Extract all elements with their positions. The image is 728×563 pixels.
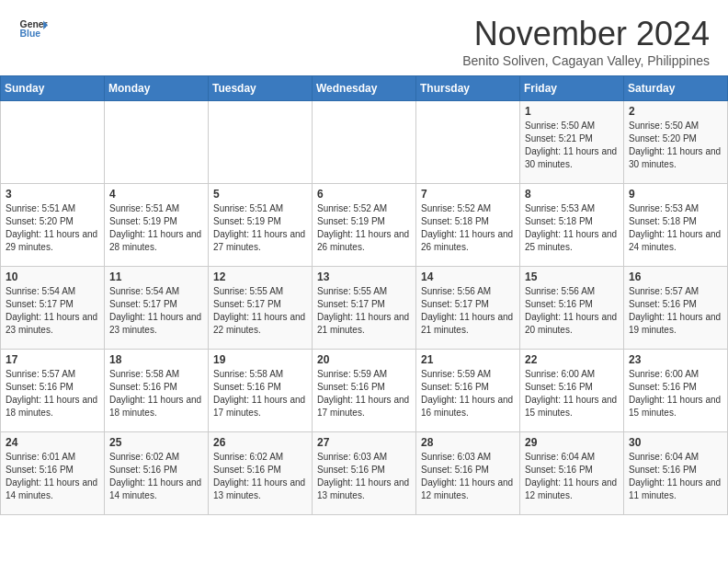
day-number: 12 [213, 270, 307, 283]
calendar-cell: 3Sunrise: 5:51 AMSunset: 5:20 PMDaylight… [1, 184, 105, 267]
calendar-cell: 10Sunrise: 5:54 AMSunset: 5:17 PMDayligh… [1, 267, 105, 350]
calendar-cell: 18Sunrise: 5:58 AMSunset: 5:16 PMDayligh… [105, 350, 209, 432]
calendar-cell: 20Sunrise: 5:59 AMSunset: 5:16 PMDayligh… [313, 350, 416, 432]
calendar-cell [105, 101, 209, 184]
day-number: 26 [213, 436, 307, 449]
weekday-header-monday: Monday [105, 76, 209, 101]
day-number: 18 [109, 353, 203, 366]
calendar-cell: 14Sunrise: 5:56 AMSunset: 5:17 PMDayligh… [416, 267, 520, 350]
day-number: 27 [317, 436, 411, 449]
calendar-cell: 2Sunrise: 5:50 AMSunset: 5:20 PMDaylight… [624, 101, 728, 184]
day-info: Sunrise: 5:54 AMSunset: 5:17 PMDaylight:… [6, 285, 99, 337]
day-number: 3 [6, 188, 99, 201]
day-number: 23 [629, 353, 722, 366]
weekday-header-friday: Friday [520, 76, 624, 101]
calendar-cell: 23Sunrise: 6:00 AMSunset: 5:16 PMDayligh… [624, 350, 728, 432]
calendar-cell: 22Sunrise: 6:00 AMSunset: 5:16 PMDayligh… [520, 350, 624, 432]
calendar-cell: 6Sunrise: 5:52 AMSunset: 5:19 PMDaylight… [313, 184, 416, 267]
day-info: Sunrise: 5:52 AMSunset: 5:18 PMDaylight:… [421, 202, 515, 254]
calendar-cell: 25Sunrise: 6:02 AMSunset: 5:16 PMDayligh… [105, 432, 209, 515]
day-number: 4 [109, 188, 203, 201]
day-info: Sunrise: 5:57 AMSunset: 5:16 PMDaylight:… [629, 285, 722, 337]
logo: General Blue [18, 15, 48, 44]
day-number: 5 [213, 188, 307, 201]
calendar-cell: 21Sunrise: 5:59 AMSunset: 5:16 PMDayligh… [416, 350, 520, 432]
day-info: Sunrise: 5:55 AMSunset: 5:17 PMDaylight:… [317, 285, 411, 337]
day-info: Sunrise: 6:04 AMSunset: 5:16 PMDaylight:… [629, 451, 722, 502]
day-number: 14 [421, 270, 515, 283]
title-block: November 2024 Benito Soliven, Cagayan Va… [462, 15, 710, 68]
calendar-cell: 1Sunrise: 5:50 AMSunset: 5:21 PMDaylight… [520, 101, 624, 184]
calendar-cell: 16Sunrise: 5:57 AMSunset: 5:16 PMDayligh… [624, 267, 728, 350]
calendar-cell: 15Sunrise: 5:56 AMSunset: 5:16 PMDayligh… [520, 267, 624, 350]
calendar-cell [416, 101, 520, 184]
calendar-cell: 8Sunrise: 5:53 AMSunset: 5:18 PMDaylight… [520, 184, 624, 267]
day-info: Sunrise: 5:55 AMSunset: 5:17 PMDaylight:… [213, 285, 307, 337]
calendar-cell: 9Sunrise: 5:53 AMSunset: 5:18 PMDaylight… [624, 184, 728, 267]
day-info: Sunrise: 6:00 AMSunset: 5:16 PMDaylight:… [629, 368, 722, 419]
calendar-cell: 7Sunrise: 5:52 AMSunset: 5:18 PMDaylight… [416, 184, 520, 267]
day-info: Sunrise: 6:00 AMSunset: 5:16 PMDaylight:… [525, 368, 619, 419]
day-number: 20 [317, 353, 411, 366]
weekday-header-wednesday: Wednesday [313, 76, 416, 101]
day-info: Sunrise: 5:54 AMSunset: 5:17 PMDaylight:… [109, 285, 203, 337]
calendar-cell: 13Sunrise: 5:55 AMSunset: 5:17 PMDayligh… [313, 267, 416, 350]
day-number: 16 [629, 270, 722, 283]
day-number: 21 [421, 353, 515, 366]
day-number: 25 [109, 436, 203, 449]
day-info: Sunrise: 5:58 AMSunset: 5:16 PMDaylight:… [109, 368, 203, 419]
day-number: 17 [6, 353, 99, 366]
day-number: 24 [6, 436, 99, 449]
day-number: 6 [317, 188, 411, 201]
day-info: Sunrise: 6:03 AMSunset: 5:16 PMDaylight:… [317, 451, 411, 502]
calendar-cell: 12Sunrise: 5:55 AMSunset: 5:17 PMDayligh… [209, 267, 313, 350]
day-number: 15 [525, 270, 619, 283]
day-info: Sunrise: 5:56 AMSunset: 5:16 PMDaylight:… [525, 285, 619, 337]
day-number: 7 [421, 188, 515, 201]
calendar-cell [313, 101, 416, 184]
day-info: Sunrise: 5:58 AMSunset: 5:16 PMDaylight:… [213, 368, 307, 419]
calendar-cell: 4Sunrise: 5:51 AMSunset: 5:19 PMDaylight… [105, 184, 209, 267]
day-info: Sunrise: 5:50 AMSunset: 5:21 PMDaylight:… [525, 120, 619, 171]
calendar-cell: 11Sunrise: 5:54 AMSunset: 5:17 PMDayligh… [105, 267, 209, 350]
calendar-cell: 28Sunrise: 6:03 AMSunset: 5:16 PMDayligh… [416, 432, 520, 515]
calendar-cell: 5Sunrise: 5:51 AMSunset: 5:19 PMDaylight… [209, 184, 313, 267]
day-info: Sunrise: 5:53 AMSunset: 5:18 PMDaylight:… [525, 202, 619, 254]
day-number: 1 [525, 105, 619, 118]
svg-text:Blue: Blue [20, 29, 41, 39]
day-number: 13 [317, 270, 411, 283]
day-info: Sunrise: 6:04 AMSunset: 5:16 PMDaylight:… [525, 451, 619, 502]
calendar-cell: 29Sunrise: 6:04 AMSunset: 5:16 PMDayligh… [520, 432, 624, 515]
day-info: Sunrise: 5:50 AMSunset: 5:20 PMDaylight:… [629, 120, 722, 171]
day-info: Sunrise: 5:57 AMSunset: 5:16 PMDaylight:… [6, 368, 99, 419]
calendar-cell [209, 101, 313, 184]
calendar-cell: 30Sunrise: 6:04 AMSunset: 5:16 PMDayligh… [624, 432, 728, 515]
day-info: Sunrise: 6:02 AMSunset: 5:16 PMDaylight:… [109, 451, 203, 502]
weekday-header-tuesday: Tuesday [209, 76, 313, 101]
day-number: 19 [213, 353, 307, 366]
page-header: General Blue November 2024 Benito Solive… [0, 0, 728, 75]
calendar-cell: 26Sunrise: 6:02 AMSunset: 5:16 PMDayligh… [209, 432, 313, 515]
day-number: 2 [629, 105, 722, 118]
calendar-cell: 24Sunrise: 6:01 AMSunset: 5:16 PMDayligh… [1, 432, 105, 515]
day-number: 22 [525, 353, 619, 366]
month-title: November 2024 [462, 15, 710, 53]
day-info: Sunrise: 5:56 AMSunset: 5:17 PMDaylight:… [421, 285, 515, 337]
calendar-cell: 27Sunrise: 6:03 AMSunset: 5:16 PMDayligh… [313, 432, 416, 515]
day-number: 10 [6, 270, 99, 283]
day-number: 8 [525, 188, 619, 201]
day-number: 11 [109, 270, 203, 283]
location-subtitle: Benito Soliven, Cagayan Valley, Philippi… [462, 53, 710, 68]
weekday-header-saturday: Saturday [624, 76, 728, 101]
calendar-table: SundayMondayTuesdayWednesdayThursdayFrid… [0, 75, 728, 515]
day-info: Sunrise: 5:51 AMSunset: 5:20 PMDaylight:… [6, 202, 99, 254]
day-number: 30 [629, 436, 722, 449]
day-number: 9 [629, 188, 722, 201]
day-number: 29 [525, 436, 619, 449]
day-info: Sunrise: 6:02 AMSunset: 5:16 PMDaylight:… [213, 451, 307, 502]
calendar-cell: 17Sunrise: 5:57 AMSunset: 5:16 PMDayligh… [1, 350, 105, 432]
day-info: Sunrise: 5:59 AMSunset: 5:16 PMDaylight:… [317, 368, 411, 419]
weekday-header-sunday: Sunday [1, 76, 105, 101]
day-info: Sunrise: 5:53 AMSunset: 5:18 PMDaylight:… [629, 202, 722, 254]
day-info: Sunrise: 5:59 AMSunset: 5:16 PMDaylight:… [421, 368, 515, 419]
